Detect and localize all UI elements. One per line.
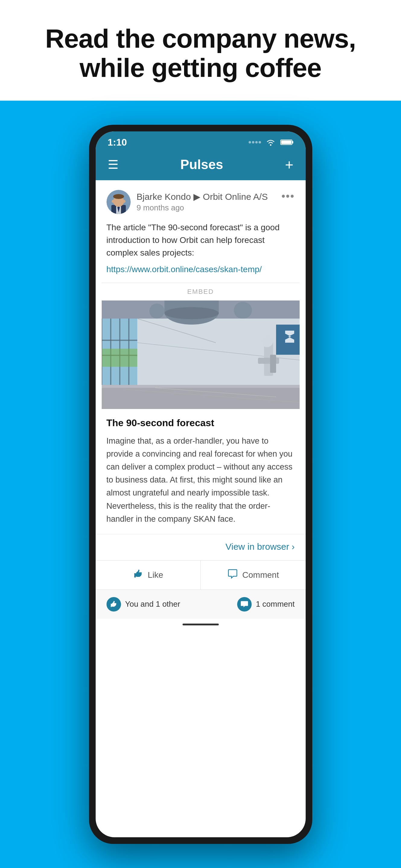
nav-title: Pulses (180, 157, 223, 172)
author-info: Bjarke Kondo ▶ Orbit Online A/S 9 months… (137, 191, 268, 213)
status-icons (249, 138, 294, 147)
top-section: Read the company news, while getting cof… (0, 0, 401, 101)
status-bar: 1:10 (96, 131, 306, 151)
status-time: 1:10 (108, 137, 127, 148)
post-body: The article "The 90-second forecast" is … (96, 221, 306, 283)
svg-rect-24 (137, 318, 299, 385)
author-company: Orbit Online A/S (203, 192, 268, 202)
headline: Read the company news, while getting cof… (24, 24, 377, 83)
svg-rect-34 (270, 355, 276, 373)
article-text: Imagine that, as a order-handler, you ha… (107, 435, 295, 526)
svg-point-0 (270, 144, 271, 146)
content-area: Bjarke Kondo ▶ Orbit Online A/S 9 months… (96, 180, 306, 619)
author-name-text: Bjarke Kondo (137, 192, 191, 202)
comment-label: Comment (242, 570, 279, 580)
svg-point-35 (261, 335, 273, 347)
svg-point-29 (165, 307, 219, 319)
signal-dot-1 (249, 141, 251, 144)
view-in-browser-link[interactable]: View in browser › (225, 541, 294, 552)
view-in-browser-arrow: › (292, 541, 295, 552)
phone-screen: 1:10 (96, 131, 306, 837)
svg-rect-31 (234, 302, 252, 318)
likes-stat: You and 1 other (107, 597, 180, 612)
post-header: Bjarke Kondo ▶ Orbit Online A/S 9 months… (96, 180, 306, 221)
post-time: 9 months ago (137, 203, 268, 213)
comment-icon (227, 569, 238, 581)
home-indicator (96, 619, 306, 630)
embed-section: EMBED (102, 283, 299, 409)
article-title: The 90-second forecast (107, 417, 295, 429)
factory-illustration (102, 301, 299, 409)
svg-point-11 (122, 200, 125, 203)
stats-bar: You and 1 other 1 comment (96, 590, 306, 619)
post-author-section: Bjarke Kondo ▶ Orbit Online A/S 9 months… (107, 190, 268, 214)
svg-rect-2 (292, 141, 293, 144)
like-label: Like (148, 570, 163, 580)
svg-rect-21 (102, 340, 137, 341)
view-in-browser-section: View in browser › (96, 534, 306, 560)
like-icon (133, 569, 144, 581)
post-text: The article "The 90-second forecast" is … (107, 221, 295, 259)
svg-marker-14 (102, 385, 299, 409)
avatar-image (107, 190, 131, 214)
thumbs-up-icon (133, 569, 144, 579)
post-link[interactable]: https://www.orbit.online/cases/skan-temp… (107, 265, 262, 274)
embed-label: EMBED (102, 283, 299, 301)
blue-section: 1:10 (0, 101, 401, 868)
menu-icon[interactable]: ☰ (108, 158, 119, 172)
phone-mockup: 1:10 (89, 125, 312, 844)
svg-rect-3 (281, 141, 291, 144)
view-in-browser-text: View in browser (225, 541, 289, 552)
comments-stat: 1 comment (237, 597, 295, 612)
battery-icon (280, 139, 294, 146)
author-separator: ▶ (193, 192, 203, 202)
nav-bar: ☰ Pulses + (96, 151, 306, 180)
svg-point-10 (112, 200, 115, 203)
likes-text: You and 1 other (125, 599, 180, 609)
svg-point-9 (113, 194, 124, 199)
post-card: Bjarke Kondo ▶ Orbit Online A/S 9 months… (96, 180, 306, 619)
likes-badge-icon (110, 601, 118, 608)
action-bar: Like Comment (96, 560, 306, 590)
comments-text: 1 comment (256, 599, 295, 609)
signal-icon (249, 141, 261, 144)
speech-bubble-icon (227, 569, 238, 579)
embed-image (102, 301, 299, 409)
article-card: The 90-second forecast Imagine that, as … (96, 409, 306, 534)
svg-rect-30 (149, 304, 165, 318)
like-button[interactable]: Like (96, 561, 201, 590)
post-menu-button[interactable]: ••• (282, 190, 295, 203)
signal-dot-4 (259, 141, 261, 144)
likes-badge (107, 597, 121, 612)
home-pill (182, 624, 219, 625)
svg-rect-23 (102, 349, 137, 367)
wifi-icon (265, 138, 276, 147)
avatar (107, 190, 131, 214)
comments-badge (237, 597, 252, 612)
comment-button[interactable]: Comment (201, 561, 306, 590)
signal-dot-2 (252, 141, 254, 144)
headline-line2: while getting coffee (80, 53, 321, 83)
comments-badge-icon (240, 601, 249, 608)
headline-line1: Read the company news, (45, 24, 356, 53)
author-name: Bjarke Kondo ▶ Orbit Online A/S (137, 191, 268, 202)
add-pulse-button[interactable]: + (285, 156, 293, 173)
signal-dot-3 (255, 141, 258, 144)
